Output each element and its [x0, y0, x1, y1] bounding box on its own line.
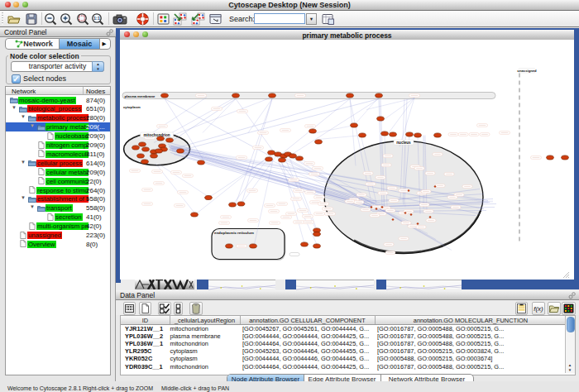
svg-text:mitochondrion: mitochondrion	[144, 133, 170, 137]
svg-text:nucleus: nucleus	[396, 141, 411, 145]
svg-text:plasma membrane: plasma membrane	[125, 94, 156, 98]
svg-text:f(x): f(x)	[534, 305, 543, 313]
svg-text:unassigned: unassigned	[517, 69, 537, 73]
svg-text:1:1: 1:1	[93, 16, 100, 21]
svg-text:cytoplasm: cytoplasm	[123, 105, 141, 109]
svg-text:endoplasmic reticulum: endoplasmic reticulum	[214, 231, 254, 235]
